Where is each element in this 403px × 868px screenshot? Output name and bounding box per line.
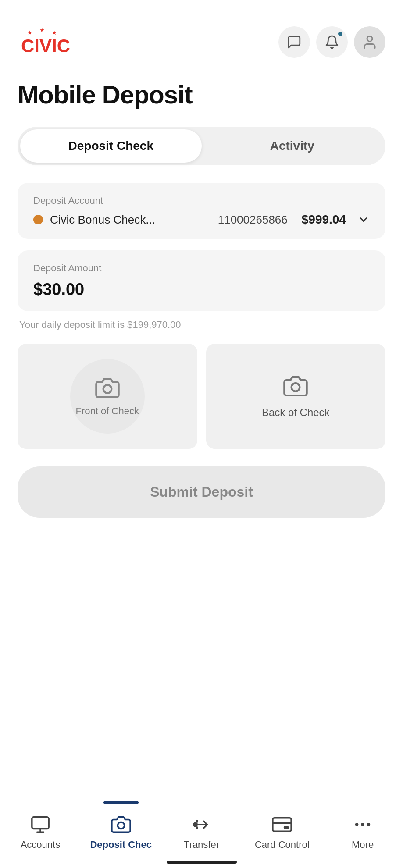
front-camera-icon — [95, 376, 120, 400]
transfer-icon — [190, 814, 212, 836]
home-indicator — [167, 861, 237, 864]
notification-button[interactable] — [316, 26, 348, 58]
nav-item-transfer[interactable]: Transfer — [161, 812, 242, 850]
account-name: Civic Bonus Check... — [50, 213, 211, 227]
svg-point-8 — [118, 822, 124, 829]
tabs-container: Deposit Check Activity — [18, 127, 385, 165]
deposit-limit-text: Your daily deposit limit is $199,970.00 — [18, 319, 385, 331]
tab-activity[interactable]: Activity — [202, 129, 383, 163]
nav-item-accounts[interactable]: Accounts — [0, 812, 81, 850]
account-status-dot — [33, 215, 43, 224]
header: ★ ★ ★ CIVIC — [0, 0, 403, 71]
svg-text:★: ★ — [52, 29, 57, 36]
account-number: 11000265866 — [218, 213, 288, 227]
account-balance: $999.04 — [302, 213, 346, 227]
page-title: Mobile Deposit — [0, 71, 403, 127]
chat-icon — [287, 35, 302, 50]
accounts-icon — [29, 814, 51, 836]
profile-button[interactable] — [354, 26, 385, 58]
svg-text:★: ★ — [27, 29, 32, 36]
deposit-amount-label: Deposit Amount — [33, 263, 370, 274]
nav-item-deposit-check[interactable]: Deposit Chec — [81, 812, 161, 850]
svg-point-16 — [367, 823, 371, 826]
chevron-down-icon — [357, 213, 370, 226]
back-of-check-button[interactable]: Back of Check — [206, 344, 386, 449]
accounts-nav-label: Accounts — [21, 839, 61, 850]
bottom-nav: Accounts Deposit Chec Transfer — [0, 803, 403, 868]
svg-point-14 — [355, 823, 359, 826]
svg-point-15 — [361, 823, 364, 826]
back-camera-icon — [283, 374, 308, 398]
check-images-row: Front of Check Back of Check — [18, 344, 385, 449]
deposit-account-card[interactable]: Deposit Account Civic Bonus Check... 110… — [18, 183, 385, 239]
deposit-account-label: Deposit Account — [33, 195, 370, 206]
front-check-label: Front of Check — [76, 406, 139, 417]
submit-deposit-button[interactable]: Submit Deposit — [18, 466, 385, 518]
nav-item-more[interactable]: More — [322, 812, 403, 850]
svg-rect-7 — [32, 817, 49, 829]
card-control-icon — [271, 814, 293, 836]
transfer-nav-label: Transfer — [184, 839, 219, 850]
app-logo: ★ ★ ★ CIVIC — [18, 27, 75, 57]
deposit-check-nav-icon — [110, 814, 132, 836]
svg-rect-11 — [273, 818, 291, 832]
front-of-check-button[interactable]: Front of Check — [18, 344, 197, 449]
nav-item-card-control[interactable]: Card Control — [242, 812, 322, 850]
more-icon — [352, 814, 374, 836]
front-check-circle: Front of Check — [70, 359, 145, 434]
nav-active-indicator — [103, 801, 139, 804]
svg-point-4 — [367, 36, 372, 42]
svg-text:CIVIC: CIVIC — [21, 36, 70, 56]
back-check-label: Back of Check — [262, 406, 330, 419]
svg-point-5 — [103, 385, 111, 393]
more-nav-label: More — [352, 839, 374, 850]
svg-text:★: ★ — [39, 27, 45, 33]
svg-point-6 — [292, 383, 300, 391]
profile-icon — [362, 34, 378, 50]
tab-deposit-check[interactable]: Deposit Check — [20, 129, 202, 163]
svg-point-10 — [194, 823, 197, 826]
chat-button[interactable] — [278, 26, 310, 58]
header-actions — [278, 26, 385, 58]
card-control-nav-label: Card Control — [255, 839, 310, 850]
notification-dot — [337, 31, 343, 37]
svg-rect-13 — [284, 826, 289, 829]
deposit-amount-value: $30.00 — [33, 280, 370, 299]
deposit-amount-card[interactable]: Deposit Amount $30.00 — [18, 250, 385, 311]
bell-icon — [325, 35, 339, 50]
deposit-check-nav-label: Deposit Chec — [90, 839, 152, 850]
account-row: Civic Bonus Check... 11000265866 $999.04 — [33, 213, 370, 227]
deposit-form: Deposit Account Civic Bonus Check... 110… — [0, 183, 403, 535]
